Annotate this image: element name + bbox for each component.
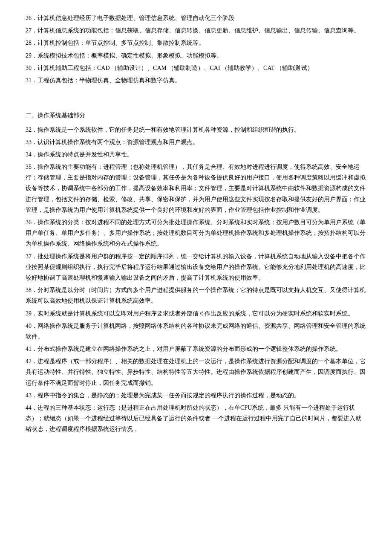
paragraph-34: 34．操作系统的特点是并发性和共享性。 (26, 149, 366, 160)
paragraph-27: 27．计算机信息系统的功能包括：信息获取、信息存储、信息转换、信息更新、信息维护… (26, 25, 366, 36)
paragraph-30: 30．计算机辅助工程包括：CAD （辅助设计）、CAM （辅助制造）、CAI （… (26, 63, 366, 73)
paragraph-42: 42．进程是程序（或一部分程序）、相关的数据处理在处理机上的一次运行，是操作系统… (26, 356, 366, 388)
section-2-title: 二、操作系统基础部分 (26, 110, 366, 121)
paragraph-40: 40．网络操作系统是服务于计算机网络，按照网络体系结构的各种协议来完成网络的通信… (26, 321, 366, 342)
paragraph-31: 31．工程仿真包括：半物理仿真、全物理仿真和数字仿真。 (26, 75, 366, 86)
paragraph-32: 32．操作系统是一个系统软件，它的任务是统一和有效地管理计算机各种资源，控制和组… (26, 124, 366, 135)
paragraph-38: 38．分时系统是以分时（时间片）方式向多个用户进程提供服务的一个操作系统；它的特… (26, 285, 366, 306)
paragraph-35: 35．操作系统的主要功能有：进程管理（也称处理机管理），其任务是合理、有效地对进… (26, 162, 366, 215)
paragraph-39: 39．实时系统就是计算机系统可以立即对用户程序要求或者外部信号作出反应的系统，它… (26, 308, 366, 319)
blank-line (26, 92, 366, 103)
paragraph-33: 33．认识计算机操作系统有两个观点：资源管理观点和用户观点。 (26, 137, 366, 147)
main-content: 26．计算机信息处理经历了电子数据处理、管理信息系统、管理自动化三个阶段 27．… (26, 13, 366, 435)
paragraph-37: 37．批处理操作系统是将用户群的程序按一定的顺序排列，统一交给计算机的输入设备，… (26, 251, 366, 283)
paragraph-44: 44．进程的三种基本状态：运行态（是进程正在占用处理机时所处的状态），在单CPU… (26, 402, 366, 435)
paragraph-29: 29．系统模拟技术包括：概率模拟、确定性模拟、形象模拟、功能模拟等。 (26, 50, 366, 61)
paragraph-43: 43．程序中指令的集合，是静态的；处理是为完成某一任务而按规定的程序执行的操作过… (26, 390, 366, 401)
paragraph-26: 26．计算机信息处理经历了电子数据处理、管理信息系统、管理自动化三个阶段 (26, 13, 366, 23)
paragraph-41: 41．分布式操作系统是建立在网络操作系统之上，对用户屏蔽了系统资源的分布而形成的… (26, 344, 366, 354)
paragraph-36: 36．操作系统的分类：按对进程不同的处理方式可分为批处理操作系统、分时系统和实时… (26, 217, 366, 249)
paragraph-28: 28．计算机控制包括：单节点控制、多节点控制、集散控制系统等。 (26, 38, 366, 48)
